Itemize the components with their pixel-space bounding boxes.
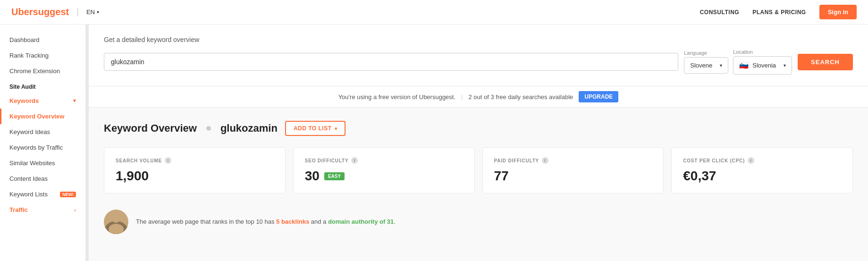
lang-value: EN <box>86 8 95 16</box>
nav-right: CONSULTING PLANS & PRICING Sign in <box>700 5 857 19</box>
nav-left: Ubersuggest | EN ▾ <box>11 7 99 17</box>
info-icon[interactable]: i <box>748 157 754 164</box>
lang-loc-group: Language Slovene ▾ Location 🇸🇮 Slovenia … <box>684 49 792 75</box>
backlink-highlight-2[interactable]: domain authority of 31 <box>328 218 394 225</box>
add-to-list-button[interactable]: ADD TO LIST ▾ <box>285 121 346 136</box>
keyword-overview-title: Keyword Overview <box>104 122 197 135</box>
sidebar-keywords-label: Keywords <box>9 97 39 104</box>
layout: Dashboard Rank Tracking Chrome Extension… <box>0 25 868 261</box>
chevron-down-icon: ▾ <box>97 9 99 15</box>
chevron-down-icon: ▾ <box>720 63 722 68</box>
metric-value-paid-difficulty: 77 <box>494 168 652 184</box>
language-value: Slovene <box>690 62 712 69</box>
easy-badge: EASY <box>324 172 345 180</box>
plans-pricing-link[interactable]: PLANS & PRICING <box>752 9 806 16</box>
keyword-name: glukozamin <box>220 122 278 135</box>
sidebar-keywords-category[interactable]: Keywords ▾ <box>0 93 85 109</box>
sidebar-traffic-category[interactable]: Traffic › <box>0 202 85 218</box>
backlink-highlight-1[interactable]: 5 backlinks <box>276 218 309 225</box>
language-label: Language <box>684 50 728 56</box>
backlink-text-1: The average web page that ranks in the t… <box>136 218 276 225</box>
search-row: Language Slovene ▾ Location 🇸🇮 Slovenia … <box>104 49 853 75</box>
sidebar-item-label: Keywords by Traffic <box>9 144 63 151</box>
sidebar-item-keywords-by-traffic[interactable]: Keywords by Traffic <box>0 140 85 155</box>
chevron-down-icon: ▾ <box>784 63 786 68</box>
search-input[interactable] <box>104 53 678 71</box>
chevron-right-icon: › <box>74 207 76 213</box>
avatar-svg <box>104 210 128 234</box>
search-button[interactable]: SEARCH <box>798 54 853 70</box>
sidebar-traffic-label: Traffic <box>9 206 28 213</box>
metric-cards: SEARCH VOLUME i 1,900 SEO DIFFICULTY i 3… <box>104 147 853 194</box>
metric-card-paid-difficulty: PAID DIFFICULTY i 77 <box>482 147 664 194</box>
add-to-list-label: ADD TO LIST <box>294 125 332 132</box>
main-content: Get a detailed keyword overview Language… <box>89 25 868 261</box>
top-nav: Ubersuggest | EN ▾ CONSULTING PLANS & PR… <box>0 0 868 25</box>
metric-value-cpc: €0,37 <box>683 168 841 184</box>
sidebar-item-keyword-lists[interactable]: Keyword Lists NEW! <box>0 186 85 202</box>
metric-card-seo-difficulty: SEO DIFFICULTY i 30 EASY <box>293 147 475 194</box>
sidebar-item-chrome-extension[interactable]: Chrome Extension <box>0 63 85 79</box>
info-icon[interactable]: i <box>351 157 358 164</box>
logo[interactable]: Ubersuggest <box>11 7 69 17</box>
metric-value-search-volume: 1,900 <box>116 168 274 184</box>
search-input-wrapper <box>104 53 678 71</box>
location-label: Location <box>733 49 792 55</box>
sidebar-item-label: Keyword Lists <box>9 191 48 198</box>
info-icon[interactable]: i <box>165 157 171 164</box>
location-value: Slovenia <box>752 62 776 69</box>
search-section-label: Get a detailed keyword overview <box>104 36 853 43</box>
search-section: Get a detailed keyword overview Language… <box>89 25 868 86</box>
sidebar-item-label: Rank Tracking <box>9 52 49 59</box>
upgrade-bar-divider: | <box>461 93 463 101</box>
metric-card-search-volume: SEARCH VOLUME i 1,900 <box>104 147 286 194</box>
sidebar-item-keyword-overview[interactable]: Keyword Overview <box>0 109 85 124</box>
keyword-overview-header: Keyword Overview glukozamin ADD TO LIST … <box>104 121 853 136</box>
sidebar-item-label: Similar Websites <box>9 160 55 167</box>
nav-divider: | <box>76 7 79 17</box>
sidebar-item-label: Keyword Overview <box>9 113 64 120</box>
metric-label-cpc: COST PER CLICK (CPC) i <box>683 157 841 164</box>
location-dropdown[interactable]: 🇸🇮 Slovenia ▾ <box>733 56 792 75</box>
sidebar-item-label: Dashboard <box>9 36 40 43</box>
metric-label-search-volume: SEARCH VOLUME i <box>116 157 274 164</box>
sidebar-item-similar-websites[interactable]: Similar Websites <box>0 155 85 171</box>
metric-label-paid-difficulty: PAID DIFFICULTY i <box>494 157 652 164</box>
chevron-down-icon: ▾ <box>335 126 337 131</box>
upgrade-button[interactable]: UPGRADE <box>579 91 618 102</box>
info-icon[interactable]: i <box>542 157 548 164</box>
sidebar-item-label: Keyword Ideas <box>9 128 50 135</box>
backlink-info-row: The average web page that ranks in the t… <box>104 205 853 239</box>
language-dropdown[interactable]: Slovene ▾ <box>684 57 728 74</box>
new-badge: NEW! <box>60 192 76 197</box>
backlink-text-3: . <box>394 218 396 225</box>
free-version-text: You're using a free version of Ubersugge… <box>338 93 455 101</box>
sidebar-site-audit-header: Site Audit <box>0 79 85 93</box>
metric-value-seo-difficulty: 30 EASY <box>305 168 463 184</box>
location-flag: 🇸🇮 <box>739 61 749 70</box>
upgrade-bar: You're using a free version of Ubersugge… <box>89 86 868 108</box>
consulting-link[interactable]: CONSULTING <box>700 9 739 16</box>
sidebar: Dashboard Rank Tracking Chrome Extension… <box>0 25 86 261</box>
metric-label-seo-difficulty: SEO DIFFICULTY i <box>305 157 463 164</box>
sidebar-item-label: Chrome Extension <box>9 67 60 75</box>
sidebar-item-dashboard[interactable]: Dashboard <box>0 32 85 48</box>
lang-selector[interactable]: EN ▾ <box>86 8 99 16</box>
svg-point-1 <box>111 213 121 223</box>
backlink-text-2: and a <box>309 218 328 225</box>
avatar <box>104 210 128 234</box>
sidebar-item-rank-tracking[interactable]: Rank Tracking <box>0 48 85 63</box>
backlink-text: The average web page that ranks in the t… <box>136 217 396 227</box>
keyword-overview-section: Keyword Overview glukozamin ADD TO LIST … <box>89 108 868 252</box>
sidebar-item-content-ideas[interactable]: Content Ideas <box>0 171 85 186</box>
keyword-dot-icon <box>206 126 211 131</box>
sidebar-item-keyword-ideas[interactable]: Keyword Ideas <box>0 124 85 140</box>
sidebar-item-label: Content Ideas <box>9 175 48 182</box>
chevron-down-icon: ▾ <box>73 98 76 104</box>
sign-in-button[interactable]: Sign in <box>819 5 857 19</box>
free-count-text: 2 out of 3 free daily searches available <box>468 93 573 101</box>
metric-card-cpc: COST PER CLICK (CPC) i €0,37 <box>671 147 853 194</box>
